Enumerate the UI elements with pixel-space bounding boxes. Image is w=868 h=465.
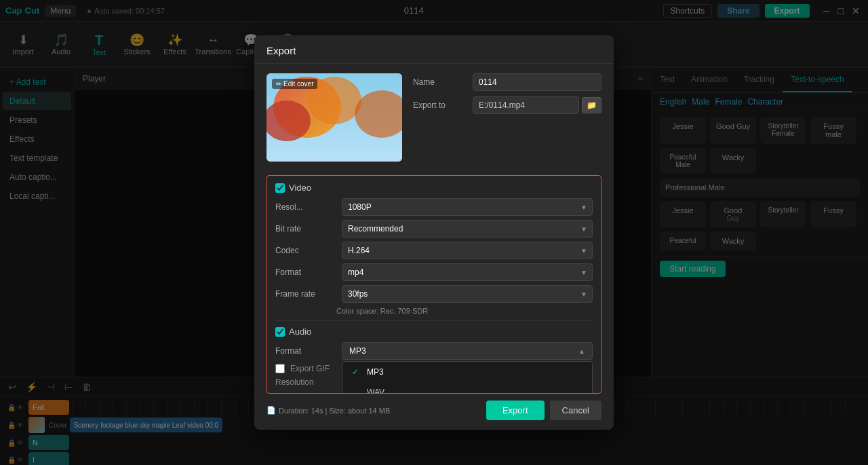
- footer-info: 📄 Duration: 14s | Size: about 14 MB: [267, 406, 390, 415]
- audio-format-menu: ✓ MP3 WAV AAC: [342, 361, 593, 393]
- modal-header: Export: [254, 35, 614, 64]
- audio-section-header: Audio: [275, 327, 593, 337]
- resolution-select[interactable]: 1080P 720P 4K: [342, 198, 593, 216]
- video-section-header: Video: [275, 183, 593, 193]
- duration-size-info: Duration: 14s | Size: about 14 MB: [279, 407, 390, 415]
- codec-select[interactable]: H.264 H.265: [342, 242, 593, 259]
- preview-thumbnail[interactable]: ✏ Edit cover Fall: [267, 73, 402, 162]
- info-icon: 📄: [267, 406, 276, 415]
- name-label: Name: [413, 77, 467, 87]
- export-path-row: E:/0114.mp4 📁: [473, 96, 601, 114]
- framerate-select[interactable]: 30fps 24fps 60fps: [342, 285, 593, 303]
- format-select-wrapper: mp4 mov avi ▼: [342, 263, 593, 281]
- codec-row: Codec H.264 H.265 ▼: [275, 242, 593, 259]
- color-space-text: Color space: Rec. 709 SDR: [275, 307, 593, 315]
- audio-option-mp3[interactable]: ✓ MP3: [342, 362, 592, 382]
- settings-scroll: Video Resol... 1080P 720P 4K ▼ Bit rate: [267, 176, 601, 393]
- browse-folder-button[interactable]: 📁: [582, 97, 601, 113]
- audio-format-value: MP3: [349, 346, 366, 356]
- resolution-select-wrapper: 1080P 720P 4K ▼: [342, 198, 593, 216]
- export-gif-label: Export GIF: [290, 364, 330, 373]
- bitrate-label: Bit rate: [275, 224, 336, 234]
- audio-format-dropdown: MP3 ▲ ✓ MP3 WAV: [342, 342, 593, 360]
- format-label: Format: [275, 267, 336, 277]
- modal-form: Name Export to E:/0114.mp4 📁: [413, 73, 601, 166]
- audio-format-row: Format MP3 ▲ ✓ MP3: [275, 342, 593, 360]
- export-modal: Export: [254, 35, 614, 430]
- section-divider: [275, 320, 593, 321]
- audio-section-label: Audio: [289, 327, 311, 337]
- framerate-select-wrapper: 30fps 24fps 60fps ▼: [342, 285, 593, 303]
- audio-checkbox[interactable]: [275, 327, 285, 337]
- audio-format-label: Format: [275, 346, 336, 356]
- resolution-label: Resol...: [275, 202, 336, 212]
- export-gif-checkbox[interactable]: [275, 364, 285, 373]
- codec-select-wrapper: H.264 H.265 ▼: [342, 242, 593, 259]
- edit-cover-button[interactable]: ✏ Edit cover: [272, 79, 317, 89]
- resolution-row: Resol... 1080P 720P 4K ▼: [275, 198, 593, 216]
- name-input[interactable]: [473, 73, 601, 91]
- modal-overlay: Export: [0, 0, 868, 465]
- export-to-label: Export to: [413, 100, 467, 110]
- name-row: Name: [413, 73, 601, 91]
- video-checkbox[interactable]: [275, 183, 285, 193]
- bitrate-row: Bit rate Recommended High Low ▼: [275, 220, 593, 238]
- framerate-label: Frame rate: [275, 289, 336, 299]
- modal-preview: ✏ Edit cover Fall: [267, 73, 402, 166]
- codec-label: Codec: [275, 246, 336, 255]
- wav-label: WAV: [367, 388, 384, 393]
- modal-footer: 📄 Duration: 14s | Size: about 14 MB Expo…: [254, 394, 614, 430]
- audio-format-arrow-icon: ▲: [578, 348, 585, 355]
- export-to-row: Export to E:/0114.mp4 📁: [413, 96, 601, 114]
- bitrate-select-wrapper: Recommended High Low ▼: [342, 220, 593, 238]
- format-select[interactable]: mp4 mov avi: [342, 263, 593, 281]
- audio-option-wav[interactable]: WAV: [342, 382, 592, 393]
- export-confirm-button[interactable]: Export: [486, 401, 545, 420]
- audio-format-trigger[interactable]: MP3 ▲: [342, 342, 593, 360]
- format-row: Format mp4 mov avi ▼: [275, 263, 593, 281]
- settings-panel: Video Resol... 1080P 720P 4K ▼ Bit rate: [267, 175, 601, 394]
- export-path-display: E:/0114.mp4: [473, 96, 579, 114]
- video-section-label: Video: [289, 183, 311, 193]
- gif-resolution-label: Resolution: [275, 377, 336, 387]
- footer-buttons: Export Cancel: [486, 401, 601, 420]
- mp3-label: MP3: [367, 367, 384, 377]
- edit-icon: ✏: [276, 80, 281, 88]
- cancel-button[interactable]: Cancel: [550, 401, 601, 420]
- modal-title: Export: [267, 45, 296, 56]
- framerate-row: Frame rate 30fps 24fps 60fps ▼: [275, 285, 593, 303]
- bitrate-select[interactable]: Recommended High Low: [342, 220, 593, 238]
- modal-body: ✏ Edit cover Fall Name Export to E:/0114…: [254, 64, 614, 175]
- check-icon: ✓: [352, 367, 361, 377]
